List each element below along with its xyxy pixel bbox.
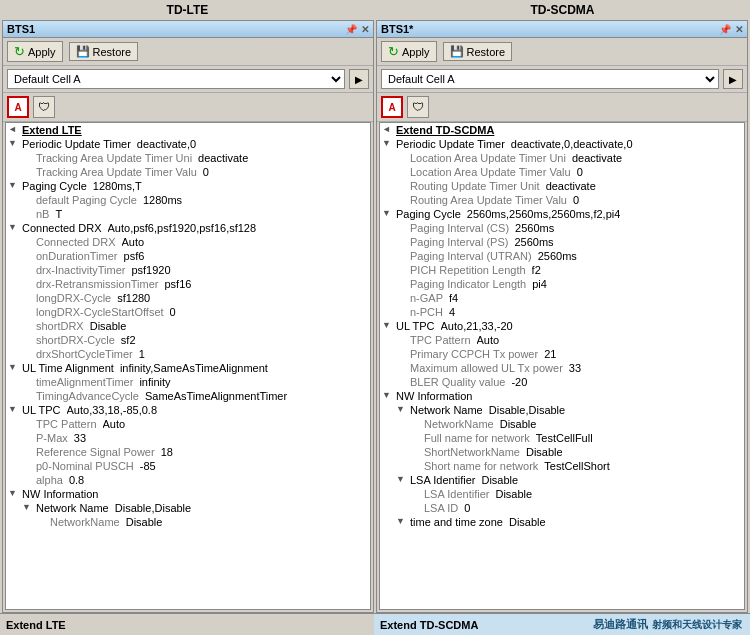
left-folder-icon-btn[interactable]: A	[7, 96, 29, 118]
list-item[interactable]: Reference Signal Power18	[6, 445, 370, 459]
list-item[interactable]: Maximum allowed UL Tx power33	[380, 361, 744, 375]
list-item[interactable]: ▼UL TPCAuto,33,18,-85,0.8	[6, 403, 370, 417]
right-panel-name: BTS1*	[381, 23, 719, 35]
expand-icon[interactable]: ▼	[8, 362, 20, 372]
right-dropdown[interactable]: Default Cell A	[381, 69, 719, 89]
item-label: Location Area Update Timer Uni	[410, 152, 566, 164]
left-shield-icon-btn[interactable]: 🛡	[33, 96, 55, 118]
left-dropdown[interactable]: Default Cell A	[7, 69, 345, 89]
expand-icon[interactable]: ▼	[382, 138, 394, 148]
expand-icon[interactable]: ▼	[8, 180, 20, 190]
list-item[interactable]: TPC PatternAuto	[380, 333, 744, 347]
right-pin-icon[interactable]: 📌	[719, 24, 731, 35]
item-label: Extend TD-SCDMA	[396, 124, 494, 136]
list-item[interactable]: ▼LSA IdentifierDisable	[380, 473, 744, 487]
list-item[interactable]: BLER Quality value-20	[380, 375, 744, 389]
list-item[interactable]: default Paging Cycle1280ms	[6, 193, 370, 207]
list-item[interactable]: ▼Periodic Update Timerdeactivate,0	[6, 137, 370, 151]
list-item[interactable]: Paging Interval (UTRAN)2560ms	[380, 249, 744, 263]
list-item[interactable]: nBT	[6, 207, 370, 221]
list-item[interactable]: drx-InactivityTimerpsf1920	[6, 263, 370, 277]
list-item[interactable]: Primary CCPCH Tx power21	[380, 347, 744, 361]
list-item[interactable]: shortDRX-Cyclesf2	[6, 333, 370, 347]
list-item[interactable]: ◄Extend LTE	[6, 123, 370, 137]
list-item[interactable]: LSA IdentifierDisable	[380, 487, 744, 501]
list-item[interactable]: longDRX-Cyclesf1280	[6, 291, 370, 305]
list-item[interactable]: Routing Area Update Timer Valu0	[380, 193, 744, 207]
list-item[interactable]: ▼UL TPCAuto,21,33,-20	[380, 319, 744, 333]
list-item[interactable]: Routing Update Timer Unitdeactivate	[380, 179, 744, 193]
list-item[interactable]: Location Area Update Timer Unideactivate	[380, 151, 744, 165]
list-item[interactable]: alpha0.8	[6, 473, 370, 487]
list-item[interactable]: Paging Interval (CS)2560ms	[380, 221, 744, 235]
expand-icon[interactable]: ▼	[382, 320, 394, 330]
list-item[interactable]: ▼UL Time Alignmentinfinity,SameAsTimeAli…	[6, 361, 370, 375]
left-apply-label: Apply	[28, 46, 56, 58]
list-item[interactable]: P-Max33	[6, 431, 370, 445]
expand-icon[interactable]: ▼	[8, 404, 20, 414]
list-item[interactable]: ShortNetworkNameDisable	[380, 445, 744, 459]
list-item[interactable]: drxShortCycleTimer1	[6, 347, 370, 361]
list-item[interactable]: ◄Extend TD-SCDMA	[380, 123, 744, 137]
list-item[interactable]: ▼time and time zoneDisable	[380, 515, 744, 529]
list-item[interactable]: LSA ID0	[380, 501, 744, 515]
expand-icon[interactable]: ▼	[382, 208, 394, 218]
expand-icon[interactable]: ▼	[382, 390, 394, 400]
list-item[interactable]: NetworkNameDisable	[380, 417, 744, 431]
right-apply-button[interactable]: ↻ Apply	[381, 41, 437, 62]
list-item[interactable]: Tracking Area Update Timer Unideactivate	[6, 151, 370, 165]
expand-icon[interactable]: ▼	[22, 502, 34, 512]
list-item[interactable]: TPC PatternAuto	[6, 417, 370, 431]
watermark-subtext: 射频和天线设计专家	[652, 618, 742, 632]
item-label: shortDRX-Cycle	[36, 334, 115, 346]
list-item[interactable]: shortDRXDisable	[6, 319, 370, 333]
left-pin-icon[interactable]: 📌	[345, 24, 357, 35]
list-item[interactable]: ▼Network NameDisable,Disable	[380, 403, 744, 417]
left-tree-area[interactable]: ◄Extend LTE▼Periodic Update Timerdeactiv…	[5, 122, 371, 610]
expand-icon[interactable]: ◄	[8, 124, 20, 134]
right-close-icon[interactable]: ✕	[735, 24, 743, 35]
list-item[interactable]: drx-RetransmissionTimerpsf16	[6, 277, 370, 291]
list-item[interactable]: ▼Periodic Update Timerdeactivate,0,deact…	[380, 137, 744, 151]
left-close-icon[interactable]: ✕	[361, 24, 369, 35]
list-item[interactable]: TimingAdvanceCycleSameAsTimeAlignmentTim…	[6, 389, 370, 403]
list-item[interactable]: ▼Paging Cycle1280ms,T	[6, 179, 370, 193]
list-item[interactable]: ▼Connected DRXAuto,psf6,psf1920,psf16,sf…	[6, 221, 370, 235]
right-dropdown-btn[interactable]: ▶	[723, 69, 743, 89]
item-value: 33	[74, 432, 86, 444]
expand-icon[interactable]: ▼	[8, 222, 20, 232]
expand-icon[interactable]: ▼	[396, 404, 408, 414]
left-restore-button[interactable]: 💾 Restore	[69, 42, 139, 61]
list-item[interactable]: ▼Network NameDisable,Disable	[6, 501, 370, 515]
list-item[interactable]: Paging Interval (PS)2560ms	[380, 235, 744, 249]
right-folder-icon-btn[interactable]: A	[381, 96, 403, 118]
expand-icon[interactable]: ▼	[396, 474, 408, 484]
expand-icon[interactable]: ▼	[8, 138, 20, 148]
list-item[interactable]: NetworkNameDisable	[6, 515, 370, 529]
item-value: infinity	[139, 376, 170, 388]
list-item[interactable]: ▼NW Information	[6, 487, 370, 501]
right-shield-icon-btn[interactable]: 🛡	[407, 96, 429, 118]
list-item[interactable]: Connected DRXAuto	[6, 235, 370, 249]
list-item[interactable]: Paging Indicator Lengthpi4	[380, 277, 744, 291]
list-item[interactable]: n-GAPf4	[380, 291, 744, 305]
list-item[interactable]: Tracking Area Update Timer Valu0	[6, 165, 370, 179]
list-item[interactable]: Location Area Update Timer Valu0	[380, 165, 744, 179]
list-item[interactable]: Short name for networkTestCellShort	[380, 459, 744, 473]
right-restore-button[interactable]: 💾 Restore	[443, 42, 513, 61]
expand-icon[interactable]: ▼	[8, 488, 20, 498]
expand-icon[interactable]: ▼	[396, 516, 408, 526]
left-apply-button[interactable]: ↻ Apply	[7, 41, 63, 62]
list-item[interactable]: n-PCH4	[380, 305, 744, 319]
list-item[interactable]: PICH Repetition Lengthf2	[380, 263, 744, 277]
expand-icon[interactable]: ◄	[382, 124, 394, 134]
right-tree-area[interactable]: ◄Extend TD-SCDMA▼Periodic Update Timerde…	[379, 122, 745, 610]
list-item[interactable]: ▼NW Information	[380, 389, 744, 403]
list-item[interactable]: ▼Paging Cycle2560ms,2560ms,2560ms,f2,pi4	[380, 207, 744, 221]
list-item[interactable]: onDurationTimerpsf6	[6, 249, 370, 263]
list-item[interactable]: p0-Nominal PUSCH-85	[6, 459, 370, 473]
list-item[interactable]: timeAlignmentTimerinfinity	[6, 375, 370, 389]
list-item[interactable]: Full name for networkTestCellFull	[380, 431, 744, 445]
left-dropdown-btn[interactable]: ▶	[349, 69, 369, 89]
list-item[interactable]: longDRX-CycleStartOffset0	[6, 305, 370, 319]
